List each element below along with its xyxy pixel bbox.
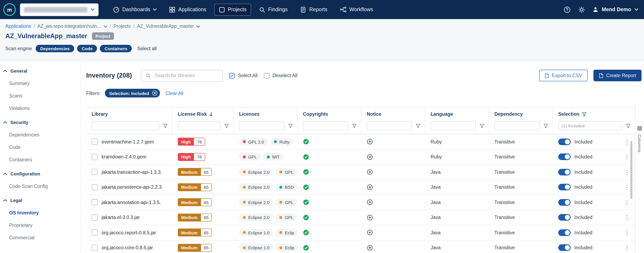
filter-chip[interactable]: Selection: Included <box>105 89 160 97</box>
language-filter-input[interactable] <box>430 121 476 130</box>
library-name[interactable]: org.jacoco.core-0.8.5.jar <box>102 245 153 250</box>
filter-funnel-icon[interactable] <box>163 123 168 128</box>
include-toggle[interactable] <box>558 169 571 175</box>
gear-icon[interactable] <box>578 6 585 13</box>
scan-engine-pill-dependencies[interactable]: Dependencies <box>36 45 74 52</box>
license-chip[interactable]: Eclipse 2.0 <box>239 199 273 206</box>
license-risk-filter-input[interactable] <box>178 121 220 130</box>
column-header-dependency[interactable]: Dependency <box>489 108 553 120</box>
license-chip[interactable]: Eclip <box>276 244 298 251</box>
license-chip[interactable]: GPL <box>276 168 297 176</box>
sidebar-item-code[interactable]: Code <box>0 141 81 153</box>
nav-item-applications[interactable]: Applications <box>165 4 211 16</box>
library-search[interactable] <box>141 70 223 82</box>
sidebar-item-code-scan-config[interactable]: Code Scan Config <box>0 180 81 192</box>
include-toggle[interactable] <box>558 214 571 221</box>
license-chip[interactable]: Eclipse 2.0 <box>239 183 273 191</box>
copyright-check-icon[interactable] <box>303 229 309 236</box>
sidebar-item-summary[interactable]: Summary <box>0 77 81 90</box>
table-scrollbar[interactable] <box>630 141 632 199</box>
sidebar-item-os-inventory[interactable]: OS Inventory <box>0 206 81 219</box>
license-chip[interactable]: BSD <box>276 183 298 191</box>
notice-add-icon[interactable] <box>367 169 373 175</box>
kebab-menu-icon[interactable]: ⋮ <box>624 154 630 160</box>
notice-add-icon[interactable] <box>367 214 373 221</box>
sidebar-item-violations[interactable]: Violations <box>0 102 81 114</box>
notice-add-icon[interactable] <box>367 199 373 205</box>
licenses-filter-input[interactable] <box>239 121 284 130</box>
deselect-all-button[interactable]: Deselect All <box>263 72 297 79</box>
sidebar-item-proprietary[interactable]: Proprietary <box>0 219 81 231</box>
library-name[interactable]: org.jacoco.report-0.8.5.jar <box>102 230 156 235</box>
notice-add-icon[interactable] <box>367 154 373 160</box>
filter-funnel-icon[interactable] <box>352 123 357 128</box>
sidebar-section-header-security[interactable]: Security <box>0 116 81 129</box>
license-chip[interactable]: MIT <box>263 153 284 161</box>
filter-funnel-icon[interactable] <box>480 123 484 128</box>
filter-funnel-icon[interactable] <box>582 112 587 116</box>
search-input[interactable] <box>154 73 218 78</box>
dependency-filter-input[interactable] <box>494 121 540 130</box>
row-checkbox[interactable] <box>92 169 98 175</box>
scan-engine-pill-containers[interactable]: Containers <box>100 45 132 52</box>
sidebar-section-header-configuration[interactable]: Configuration <box>0 168 81 180</box>
column-header-library[interactable]: Library <box>86 108 172 120</box>
filter-funnel-icon[interactable] <box>543 123 548 128</box>
row-checkbox[interactable] <box>92 154 98 160</box>
kebab-menu-icon[interactable]: ⋮ <box>624 169 630 175</box>
breadcrumb-item-projects[interactable]: Projects <box>114 24 131 29</box>
copyright-check-icon[interactable] <box>303 139 309 145</box>
selection-filter-input[interactable] <box>558 121 622 130</box>
nav-item-workflows[interactable]: Workflows <box>335 4 378 15</box>
row-checkbox[interactable] <box>92 139 98 145</box>
copyrights-filter-input[interactable] <box>303 121 348 130</box>
copyright-check-icon[interactable] <box>303 214 309 221</box>
notice-add-icon[interactable] <box>367 139 373 145</box>
include-toggle[interactable] <box>558 139 571 145</box>
export-csv-button[interactable]: Export to CSV <box>539 70 588 81</box>
kebab-menu-icon[interactable]: ⋮ <box>624 199 630 205</box>
nav-item-findings[interactable]: Findings <box>254 4 292 16</box>
license-chip[interactable]: GPL 2.0 <box>239 138 268 146</box>
notice-add-icon[interactable] <box>367 245 373 251</box>
include-toggle[interactable] <box>558 199 571 206</box>
license-chip[interactable]: GPL <box>276 214 297 221</box>
kebab-menu-icon[interactable]: ⋮ <box>624 184 630 190</box>
select-all-button[interactable]: Select All <box>229 72 258 79</box>
column-header-copyrights[interactable]: Copyrights <box>298 108 361 120</box>
row-checkbox[interactable] <box>92 229 98 236</box>
filter-funnel-icon[interactable] <box>224 123 229 128</box>
filter-funnel-icon[interactable] <box>626 123 631 128</box>
select-all-engines-link[interactable]: Select all <box>138 46 157 51</box>
scan-engine-pill-code[interactable]: Code <box>77 45 97 52</box>
library-name[interactable]: jakarta.annotation-api-1.3.5. <box>102 200 161 205</box>
create-report-button[interactable]: Create Report <box>594 70 642 81</box>
include-toggle[interactable] <box>558 229 571 236</box>
nav-item-reports[interactable]: Reports <box>296 4 332 16</box>
sidebar-section-header-legal[interactable]: Legal <box>0 194 81 206</box>
license-chip[interactable]: GPL <box>276 199 297 206</box>
chevron-down-icon[interactable] <box>196 25 200 28</box>
license-chip[interactable]: GPL <box>239 153 261 161</box>
include-toggle[interactable] <box>558 184 571 191</box>
column-header-licenses[interactable]: Licenses <box>234 108 298 120</box>
clear-all-filters-link[interactable]: Clear All <box>166 91 184 96</box>
library-name[interactable]: jakarta.persistence-api-2.2.3 <box>102 185 162 190</box>
app-selector-dropdown[interactable] <box>20 3 99 16</box>
chevron-down-icon[interactable] <box>104 25 107 28</box>
library-name[interactable]: kramdown-2.4.0.gem <box>102 154 146 159</box>
kebab-menu-icon[interactable]: ⋮ <box>624 245 630 251</box>
breadcrumb-item-az-vulnerableapp-master[interactable]: AZ_VulnerableApp_master <box>137 24 194 29</box>
row-checkbox[interactable] <box>92 214 98 221</box>
filter-funnel-icon[interactable] <box>416 123 421 128</box>
notice-add-icon[interactable] <box>367 229 373 236</box>
kebab-menu-icon[interactable]: ⋮ <box>624 230 630 235</box>
breadcrumb-item-az-ws-repo-integration-vuln[interactable]: AZ_ws-repo-integration/vuln... <box>37 24 101 29</box>
sidebar-item-dependencies[interactable]: Dependencies <box>0 129 81 141</box>
copyright-check-icon[interactable] <box>303 169 309 175</box>
row-checkbox[interactable] <box>92 184 98 190</box>
sidebar-item-scans[interactable]: Scans <box>0 90 81 102</box>
column-header-notice[interactable]: Notice <box>361 108 425 120</box>
sort-desc-icon[interactable] <box>210 112 213 116</box>
column-header-selection[interactable]: Selection <box>553 108 635 120</box>
